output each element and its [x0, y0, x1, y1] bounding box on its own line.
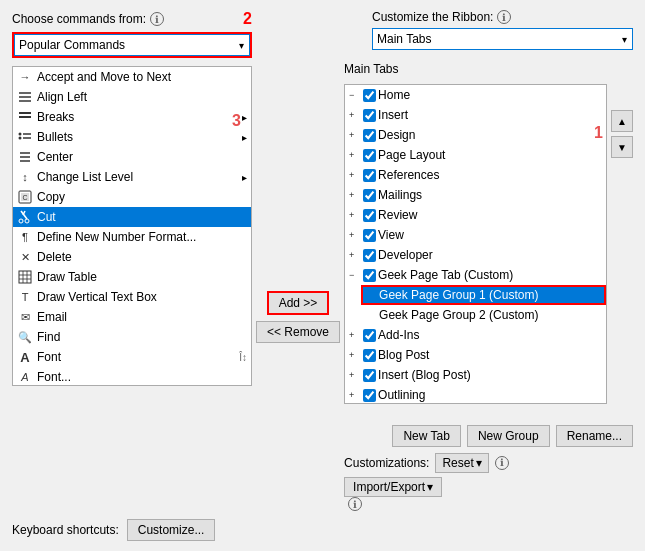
header-row: Choose commands from: ℹ 2 Popular Comman… — [12, 10, 633, 58]
tree-item-insert-blog[interactable]: + Insert (Blog Post) — [345, 365, 606, 385]
checkbox-blog-post[interactable] — [363, 349, 376, 362]
expand-icon: + — [349, 190, 361, 200]
list-item[interactable]: Align Left — [13, 87, 251, 107]
item-label: Change List Level — [37, 170, 133, 184]
checkbox-design[interactable] — [363, 129, 376, 142]
customize-label: Customize the Ribbon: ℹ — [372, 10, 633, 24]
tree-label: Insert — [378, 108, 408, 122]
item-icon — [17, 149, 33, 165]
list-item[interactable]: C Copy — [13, 187, 251, 207]
checkbox-developer[interactable] — [363, 249, 376, 262]
add-button[interactable]: Add >> — [267, 291, 330, 315]
left-panel: 3 → Accept and Move to Next Align Left — [12, 62, 252, 511]
expand-icon: + — [349, 110, 361, 120]
list-item[interactable]: Center — [13, 147, 251, 167]
tree-item-geek-group-1[interactable]: Geek Page Group 1 (Custom) — [361, 285, 606, 305]
list-item[interactable]: ¶ Define New Number Format... — [13, 227, 251, 247]
item-label: Bullets — [37, 130, 73, 144]
item-icon: T — [17, 289, 33, 305]
left-header: Choose commands from: ℹ 2 Popular Comman… — [12, 10, 252, 58]
tree-item-geek-page-tab[interactable]: − Geek Page Tab (Custom) — [345, 265, 606, 285]
right-inner: − Home + Insert + Design — [344, 80, 633, 419]
list-item[interactable]: Draw Table — [13, 267, 251, 287]
tree-item-home[interactable]: − Home — [345, 85, 606, 105]
list-item[interactable]: T Draw Vertical Text Box — [13, 287, 251, 307]
cut-icon — [17, 209, 33, 225]
tree-item-mailings[interactable]: + Mailings — [345, 185, 606, 205]
list-item[interactable]: Breaks — [13, 107, 251, 127]
tree-item-design[interactable]: + Design — [345, 125, 606, 145]
arrow-down-button[interactable]: ▼ — [611, 136, 633, 158]
tree-item-references[interactable]: + References — [345, 165, 606, 185]
item-label: Cut — [37, 210, 56, 224]
new-group-button[interactable]: New Group — [467, 425, 550, 447]
tree-label: Geek Page Tab (Custom) — [378, 268, 513, 282]
tree-item-geek-group-2[interactable]: Geek Page Group 2 (Custom) — [361, 305, 606, 325]
import-export-label: Import/Export — [353, 480, 425, 494]
expand-icon: − — [349, 90, 361, 100]
expand-icon: + — [349, 390, 361, 400]
panels-row: 3 → Accept and Move to Next Align Left — [12, 62, 633, 511]
tree-item-add-ins[interactable]: + Add-Ins — [345, 325, 606, 345]
expand-icon: − — [349, 270, 361, 280]
middle-buttons-col: Add >> << Remove — [252, 62, 344, 511]
remove-button[interactable]: << Remove — [256, 321, 340, 343]
tree-item-developer[interactable]: + Developer — [345, 245, 606, 265]
tree-item-blog-post[interactable]: + Blog Post — [345, 345, 606, 365]
list-item[interactable]: A Font Î↕ — [13, 347, 251, 367]
expand-icon: + — [349, 210, 361, 220]
tree-item-page-layout[interactable]: + Page Layout — [345, 145, 606, 165]
rename-button[interactable]: Rename... — [556, 425, 633, 447]
checkbox-outlining[interactable] — [363, 389, 376, 402]
choose-dropdown[interactable]: Popular Commands — [14, 34, 250, 56]
list-item[interactable]: Bullets — [13, 127, 251, 147]
checkbox-home[interactable] — [363, 89, 376, 102]
list-item[interactable]: A Font... — [13, 367, 251, 386]
label-num3: 3 — [232, 112, 241, 130]
list-item[interactable]: ✕ Delete — [13, 247, 251, 267]
reset-dropdown-arrow: ▾ — [476, 456, 482, 470]
import-export-button[interactable]: Import/Export ▾ — [344, 477, 442, 497]
keyboard-shortcuts-row: Keyboard shortcuts: Customize... — [12, 511, 633, 541]
checkbox-page-layout[interactable] — [363, 149, 376, 162]
tree-item-outlining[interactable]: + Outlining — [345, 385, 606, 404]
arrow-up-button[interactable]: ▲ — [611, 110, 633, 132]
tree-item-insert[interactable]: + Insert — [345, 105, 606, 125]
checkbox-references[interactable] — [363, 169, 376, 182]
item-icon: 🔍 — [17, 329, 33, 345]
customize-dropdown[interactable]: Main Tabs — [372, 28, 633, 50]
font-indicator: Î↕ — [239, 352, 247, 363]
checkbox-geek-page-tab[interactable] — [363, 269, 376, 282]
item-icon: ↕ — [17, 169, 33, 185]
customizations-label: Customizations: — [344, 456, 429, 470]
item-label: Copy — [37, 190, 65, 204]
list-item[interactable]: ✉ Email — [13, 307, 251, 327]
item-label: Font — [37, 350, 61, 364]
checkbox-insert-blog[interactable] — [363, 369, 376, 382]
item-icon: ✉ — [17, 309, 33, 325]
svg-line-16 — [23, 211, 25, 215]
expand-icon: + — [349, 170, 361, 180]
choose-label: Choose commands from: ℹ 2 — [12, 10, 252, 28]
customize-shortcuts-button[interactable]: Customize... — [127, 519, 216, 541]
checkbox-add-ins[interactable] — [363, 329, 376, 342]
tree-label: Blog Post — [378, 348, 429, 362]
list-item[interactable]: ↕ Change List Level — [13, 167, 251, 187]
checkbox-review[interactable] — [363, 209, 376, 222]
tree-item-view[interactable]: + View — [345, 225, 606, 245]
list-item-cut[interactable]: Cut — [13, 207, 251, 227]
checkbox-view[interactable] — [363, 229, 376, 242]
checkbox-insert[interactable] — [363, 109, 376, 122]
tree-item-review[interactable]: + Review — [345, 205, 606, 225]
item-icon: A — [17, 369, 33, 385]
import-export-row: Import/Export ▾ ℹ — [344, 477, 633, 512]
list-item[interactable]: → Accept and Move to Next — [13, 67, 251, 87]
reset-button[interactable]: Reset ▾ — [435, 453, 488, 473]
item-icon: → — [17, 69, 33, 85]
new-tab-button[interactable]: New Tab — [392, 425, 460, 447]
list-item[interactable]: 🔍 Find — [13, 327, 251, 347]
expand-icon: + — [349, 230, 361, 240]
checkbox-mailings[interactable] — [363, 189, 376, 202]
item-label: Delete — [37, 250, 72, 264]
item-icon — [17, 269, 33, 285]
